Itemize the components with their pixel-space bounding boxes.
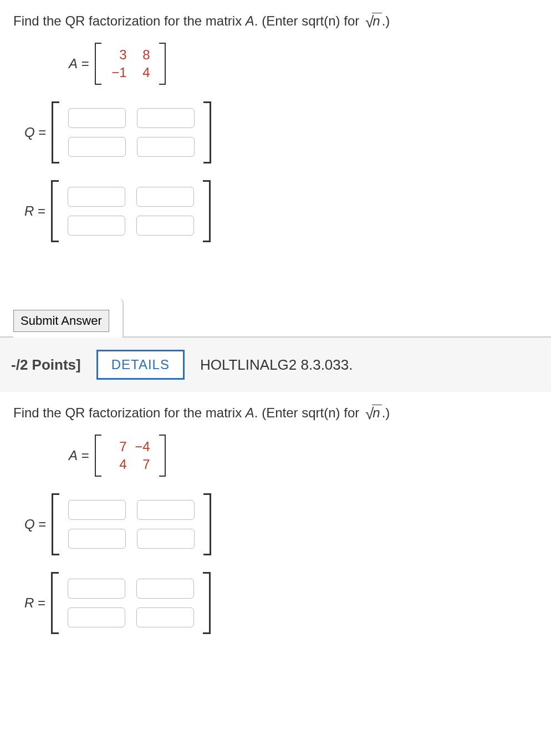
problem-1: Find the QR factorization for the matrix… <box>0 0 551 275</box>
prompt-text: Find the QR factorization for the matrix <box>13 13 246 28</box>
problem-2: Find the QR factorization for the matrix… <box>0 392 551 667</box>
q-input-11[interactable] <box>68 108 126 128</box>
r-input-21[interactable] <box>68 216 125 236</box>
q-label: Q = <box>24 517 46 532</box>
prompt-var: A <box>246 13 254 28</box>
r-input-11[interactable] <box>68 579 125 599</box>
r-label: R = <box>24 595 45 611</box>
r-input-21[interactable] <box>68 607 125 627</box>
a-cell: 4 <box>134 65 150 80</box>
q-input-12[interactable] <box>137 108 195 128</box>
a-cell: 3 <box>110 47 127 63</box>
prompt: Find the QR factorization for the matrix… <box>13 11 538 33</box>
prompt-close: .) <box>382 13 390 28</box>
matrix-r-row: R = <box>24 180 538 242</box>
sqrt-var: n <box>372 405 381 420</box>
bracket-right-icon <box>159 43 166 85</box>
matrix-q-row: Q = <box>24 493 538 555</box>
matrix-r <box>51 572 211 634</box>
prompt-tail: . (Enter sqrt(n) for <box>254 13 363 28</box>
a-cell: −4 <box>134 439 150 454</box>
bracket-right-icon <box>203 572 211 634</box>
bracket-left-icon <box>52 101 59 164</box>
matrix-a: 7 −4 4 7 <box>95 435 166 477</box>
submit-area: Submit Answer <box>0 298 551 338</box>
prompt-close: .) <box>382 405 390 420</box>
q-input-22[interactable] <box>137 529 195 549</box>
sqrt-expr: √n <box>365 11 382 33</box>
a-label: A = <box>69 448 89 463</box>
a-label: A = <box>69 56 89 71</box>
r-input-22[interactable] <box>136 216 194 236</box>
prompt-text: Find the QR factorization for the matrix <box>13 405 246 420</box>
bracket-left-icon <box>95 43 101 85</box>
matrix-q <box>52 493 211 555</box>
bracket-left-icon <box>51 180 59 242</box>
a-cell: 7 <box>110 439 127 454</box>
question-source: HOLTLINALG2 8.3.033. <box>200 356 353 374</box>
r-input-22[interactable] <box>136 607 194 627</box>
bracket-right-icon <box>203 101 211 164</box>
r-input-12[interactable] <box>136 187 194 207</box>
q-input-12[interactable] <box>137 500 195 520</box>
details-button[interactable]: DETAILS <box>96 350 185 380</box>
a-cell: −1 <box>110 65 127 80</box>
matrix-q <box>52 101 211 164</box>
matrix-q-row: Q = <box>24 101 538 164</box>
prompt: Find the QR factorization for the matrix… <box>13 403 538 425</box>
matrix-a: 3 8 −1 4 <box>95 43 166 85</box>
matrix-a-row: A = 3 8 −1 4 <box>69 43 538 85</box>
q-input-21[interactable] <box>68 529 126 549</box>
question-header: -/2 Points] DETAILS HOLTLINALG2 8.3.033. <box>0 338 551 392</box>
a-cell: 7 <box>134 457 150 472</box>
r-input-12[interactable] <box>136 579 194 599</box>
a-cell: 4 <box>110 457 127 472</box>
prompt-var: A <box>246 405 254 420</box>
bracket-left-icon <box>52 493 59 555</box>
bracket-right-icon <box>203 493 211 555</box>
sqrt-var: n <box>372 13 381 28</box>
bracket-right-icon <box>203 180 211 242</box>
r-label: R = <box>24 203 45 219</box>
q-label: Q = <box>24 125 46 140</box>
matrix-r-row: R = <box>24 572 538 634</box>
sqrt-expr: √n <box>365 403 382 425</box>
submit-button[interactable]: Submit Answer <box>13 310 109 332</box>
points-label: -/2 Points] <box>11 356 81 374</box>
bracket-left-icon <box>51 572 59 634</box>
matrix-a-row: A = 7 −4 4 7 <box>69 435 538 477</box>
q-input-22[interactable] <box>137 137 195 157</box>
prompt-tail: . (Enter sqrt(n) for <box>254 405 363 420</box>
a-cell: 8 <box>134 47 150 63</box>
bracket-right-icon <box>159 435 166 477</box>
q-input-21[interactable] <box>68 137 126 157</box>
q-input-11[interactable] <box>68 500 126 520</box>
bracket-left-icon <box>95 435 101 477</box>
matrix-r <box>51 180 211 242</box>
r-input-11[interactable] <box>68 187 125 207</box>
